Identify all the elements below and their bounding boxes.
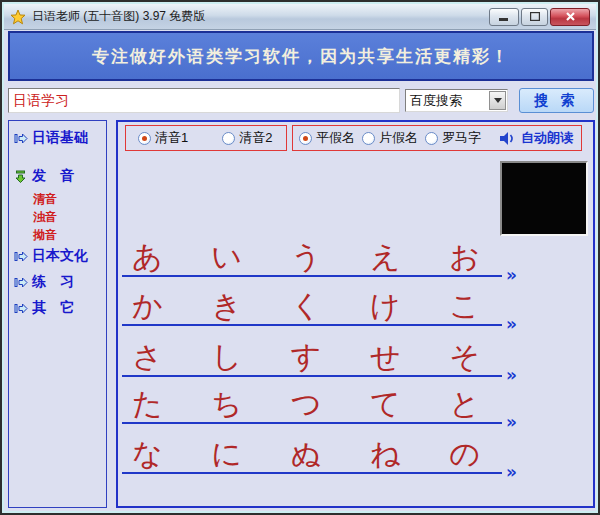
chevron-down-icon — [494, 98, 502, 103]
combo-dropdown-button[interactable] — [489, 91, 506, 110]
radio-label: 平假名 — [316, 129, 355, 147]
search-engine-selected: 百度搜索 — [406, 92, 489, 110]
minimize-icon — [499, 12, 509, 21]
arrow-down-icon — [14, 170, 28, 183]
kana-char[interactable]: こ — [449, 288, 480, 324]
animation-display-box — [500, 161, 588, 236]
kana-char[interactable]: ち — [211, 386, 242, 422]
row-more-link[interactable]: » — [506, 265, 530, 285]
radio-label: 罗马字 — [442, 129, 481, 147]
script-group-box: 平假名 片假名 罗马字 自动朗读 — [292, 125, 582, 151]
kana-char[interactable]: ね — [370, 436, 401, 472]
sidebar-item-qita[interactable]: 其 它 — [14, 299, 74, 317]
kana-char[interactable]: う — [291, 239, 322, 275]
sidebar-subitem-qingyin[interactable]: 清音 — [33, 191, 57, 208]
arrow-right-icon — [14, 276, 28, 289]
kana-char[interactable]: の — [449, 436, 480, 472]
kana-char[interactable]: く — [291, 288, 322, 324]
kana-char[interactable]: ぬ — [291, 436, 322, 472]
kana-char[interactable]: い — [211, 239, 242, 275]
row-more-link[interactable]: » — [506, 365, 530, 385]
search-input[interactable] — [8, 88, 400, 113]
kana-char[interactable]: た — [132, 386, 163, 422]
kana-char[interactable]: せ — [370, 339, 401, 375]
kana-char[interactable]: つ — [291, 386, 322, 422]
sound-group-box: 清音1 清音2 — [125, 125, 287, 151]
arrow-right-icon — [14, 132, 28, 145]
row-more-link[interactable]: » — [506, 462, 530, 482]
sidebar-subitem-zhuoyin[interactable]: 浊音 — [33, 209, 57, 226]
kana-char[interactable]: き — [211, 288, 242, 324]
titlebar: 日语老师 (五十音图) 3.97 免费版 — [4, 4, 596, 30]
speaker-icon — [499, 131, 516, 146]
kana-char[interactable]: に — [211, 436, 242, 472]
kana-char[interactable]: そ — [449, 339, 480, 375]
kana-row-sa: さ し す せ そ — [122, 335, 502, 377]
row-more-link[interactable]: » — [506, 412, 530, 432]
app-star-icon — [10, 9, 26, 25]
kana-row-ta: た ち つ て と — [122, 382, 502, 424]
radio-qingyin2[interactable]: 清音2 — [222, 129, 272, 147]
arrow-right-icon — [14, 302, 28, 315]
radio-label: 清音2 — [239, 129, 272, 147]
radio-selected-icon — [299, 132, 312, 145]
app-window: 日语老师 (五十音图) 3.97 免费版 专注做好外语类学习软件，因为共享生活更… — [0, 0, 600, 515]
radio-label: 清音1 — [155, 129, 188, 147]
auto-read-label: 自动朗读 — [521, 129, 573, 147]
kana-char[interactable]: て — [370, 386, 401, 422]
slogan-banner: 专注做好外语类学习软件，因为共享生活更精彩！ — [8, 31, 594, 81]
close-icon — [566, 12, 575, 21]
radio-katakana[interactable]: 片假名 — [362, 129, 418, 147]
main-panel: 清音1 清音2 平假名 片假名 罗马字 — [116, 120, 595, 508]
radio-hiragana[interactable]: 平假名 — [299, 129, 355, 147]
sidebar-label: 日本文化 — [32, 247, 88, 265]
slogan-text: 专注做好外语类学习软件，因为共享生活更精彩！ — [92, 45, 510, 68]
kana-char[interactable]: し — [211, 339, 242, 375]
radio-icon — [362, 132, 375, 145]
sidebar-label: 练 习 — [32, 273, 74, 291]
radio-icon — [425, 132, 438, 145]
radio-selected-icon — [138, 132, 151, 145]
sidebar: 日语基础 发 音 清音 浊音 拗音 日本文化 练 习 — [8, 120, 107, 508]
search-engine-select[interactable]: 百度搜索 — [405, 89, 508, 112]
sidebar-item-lianxi[interactable]: 练 习 — [14, 273, 74, 291]
kana-char[interactable]: お — [449, 239, 480, 275]
kana-char[interactable]: な — [132, 436, 163, 472]
kana-char[interactable]: あ — [132, 239, 163, 275]
radio-romaji[interactable]: 罗马字 — [425, 129, 481, 147]
sidebar-item-fayin[interactable]: 发 音 — [14, 167, 74, 185]
sidebar-item-jichu[interactable]: 日语基础 — [14, 129, 88, 147]
search-button[interactable]: 搜 索 — [519, 88, 594, 113]
arrow-right-icon — [14, 250, 28, 263]
minimize-button[interactable] — [489, 8, 519, 26]
row-more-link[interactable]: » — [506, 314, 530, 334]
close-button[interactable] — [550, 8, 590, 26]
maximize-icon — [530, 12, 540, 21]
kana-char[interactable]: す — [291, 339, 322, 375]
kana-char[interactable]: け — [370, 288, 401, 324]
radio-qingyin1[interactable]: 清音1 — [138, 129, 188, 147]
sidebar-label: 发 音 — [32, 167, 74, 185]
sidebar-label: 其 它 — [32, 299, 74, 317]
radio-icon — [222, 132, 235, 145]
kana-char[interactable]: え — [370, 239, 401, 275]
kana-row-ka: か き く け こ — [122, 284, 502, 326]
kana-char[interactable]: さ — [132, 339, 163, 375]
kana-row-na: な に ぬ ね の — [122, 432, 502, 474]
sidebar-label: 日语基础 — [32, 129, 88, 147]
sidebar-subitem-aoyin[interactable]: 拗音 — [33, 227, 57, 244]
window-title: 日语老师 (五十音图) 3.97 免费版 — [32, 8, 205, 25]
auto-read-toggle[interactable]: 自动朗读 — [499, 129, 573, 147]
kana-row-a: あ い う え お — [122, 235, 502, 277]
sidebar-item-wenhua[interactable]: 日本文化 — [14, 247, 88, 265]
radio-label: 片假名 — [379, 129, 418, 147]
window-controls — [489, 8, 590, 26]
kana-char[interactable]: と — [449, 386, 480, 422]
kana-char[interactable]: か — [132, 288, 163, 324]
maximize-button[interactable] — [521, 8, 548, 26]
